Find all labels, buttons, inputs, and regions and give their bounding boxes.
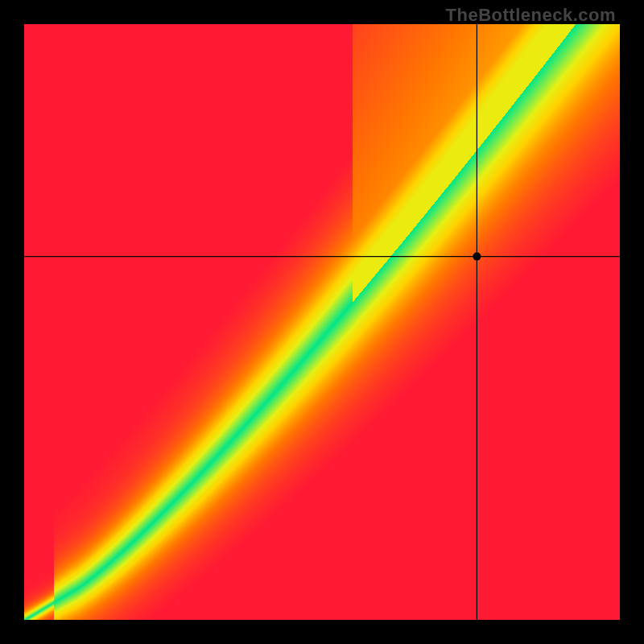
bottleneck-heatmap [24, 24, 620, 620]
watermark-text: TheBottleneck.com [446, 5, 616, 26]
